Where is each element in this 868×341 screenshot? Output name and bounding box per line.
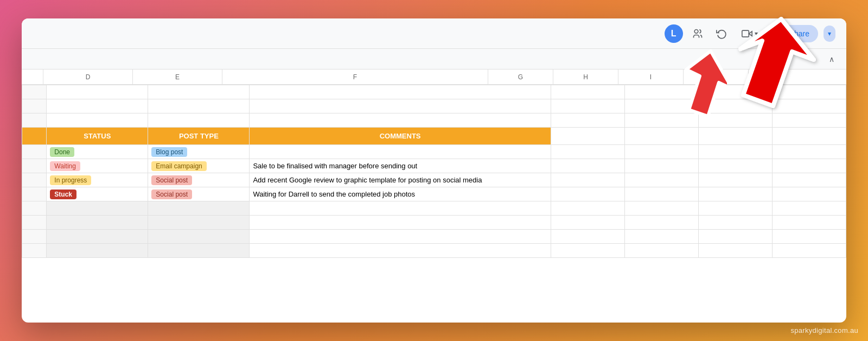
comments-header: COMMENTS: [250, 128, 551, 145]
col-header-h: H: [553, 70, 618, 84]
table-row: In progress Social post Add recent Googl…: [22, 173, 846, 187]
row-num: [22, 99, 47, 113]
table-row: [22, 201, 846, 216]
table-row: [22, 99, 846, 113]
cell-j[interactable]: [772, 99, 846, 113]
watermark: sparkydigital.com.au: [791, 326, 859, 334]
col-header-f: F: [222, 70, 488, 84]
cell-j[interactable]: [772, 85, 846, 99]
status-cell[interactable]: In progress: [47, 173, 148, 187]
status-badge-done: Done: [50, 147, 74, 157]
cell-j[interactable]: [772, 113, 846, 128]
cell-h[interactable]: [624, 99, 698, 113]
svg-point-4: [779, 30, 782, 33]
comments-cell[interactable]: [250, 145, 551, 159]
cell-h[interactable]: [624, 85, 698, 99]
comments-cell[interactable]: Add recent Google review to graphic temp…: [250, 173, 551, 187]
share-dropdown-btn[interactable]: ▾: [824, 26, 835, 42]
col-header-g: G: [488, 70, 553, 84]
cell-e[interactable]: [148, 99, 250, 113]
row-num: [22, 145, 47, 159]
share-button[interactable]: Share: [769, 25, 818, 42]
col-header-d: D: [43, 70, 133, 84]
row-num: [22, 128, 47, 145]
comments-cell[interactable]: Waiting for Darrell to send the complete…: [250, 187, 551, 201]
status-cell[interactable]: Stuck: [47, 187, 148, 201]
data-table: STATUS POST TYPE COMMENTS Done Blog post: [22, 85, 846, 258]
collapse-btn[interactable]: ∧: [826, 54, 838, 65]
post-type-badge: Social post: [151, 175, 192, 185]
cell-i[interactable]: [698, 85, 772, 99]
row-num: [22, 187, 47, 201]
table-header-row: STATUS POST TYPE COMMENTS: [22, 128, 846, 145]
table-row: Done Blog post: [22, 145, 846, 159]
post-type-header: POST TYPE: [148, 128, 250, 145]
table-row: [22, 216, 846, 230]
cell-f[interactable]: [250, 113, 551, 128]
post-type-badge: Blog post: [151, 147, 187, 157]
status-cell[interactable]: Waiting: [47, 159, 148, 173]
cell-g[interactable]: [551, 85, 624, 99]
spreadsheet-body: STATUS POST TYPE COMMENTS Done Blog post: [22, 85, 846, 323]
cell-i[interactable]: [698, 99, 772, 113]
col-header-i: I: [618, 70, 684, 84]
table-row: [22, 230, 846, 244]
post-type-cell[interactable]: Social post: [148, 187, 250, 201]
cell-f[interactable]: [250, 99, 551, 113]
post-type-badge: Email campaign: [151, 161, 206, 171]
cell-g[interactable]: [551, 99, 624, 113]
cell-d[interactable]: [47, 99, 148, 113]
cell-f[interactable]: [250, 85, 551, 99]
cell-d[interactable]: [47, 85, 148, 99]
user-avatar[interactable]: L: [665, 24, 683, 43]
table-row: [22, 85, 846, 99]
status-header: STATUS: [47, 128, 148, 145]
video-call-btn[interactable]: ▾: [736, 25, 763, 42]
table-row: Waiting Email campaign Sale to be finali…: [22, 159, 846, 173]
cell-i[interactable]: [698, 113, 772, 128]
row-num: [22, 85, 47, 99]
comments-cell[interactable]: Sale to be finalised with manager before…: [250, 159, 551, 173]
column-headers: D E F G H I J: [22, 70, 846, 85]
formula-bar: ∧: [22, 49, 846, 70]
toolbar: L ▾: [22, 18, 846, 49]
col-header-j: J: [684, 70, 749, 84]
row-num: [22, 159, 47, 173]
svg-point-1: [694, 29, 698, 33]
table-row: Stuck Social post Waiting for Darrell to…: [22, 187, 846, 201]
row-num: [22, 173, 47, 187]
col-header-rownum: [22, 70, 43, 84]
post-type-cell[interactable]: Social post: [148, 173, 250, 187]
status-cell[interactable]: Done: [47, 145, 148, 159]
status-badge-stuck: Stuck: [50, 190, 76, 199]
cell-d[interactable]: [47, 113, 148, 128]
row-num: [22, 113, 47, 128]
table-row: [22, 113, 846, 128]
status-badge-inprogress: In progress: [50, 175, 91, 185]
cell-e[interactable]: [148, 85, 250, 99]
post-type-cell[interactable]: Email campaign: [148, 159, 250, 173]
share-label: Share: [789, 29, 809, 38]
cell-g[interactable]: [551, 113, 624, 128]
cell-h[interactable]: [624, 113, 698, 128]
spreadsheet-window: L ▾: [22, 18, 846, 323]
col-header-e: E: [133, 70, 222, 84]
cell-e[interactable]: [148, 113, 250, 128]
post-type-badge: Social post: [151, 190, 192, 199]
history-icon-btn[interactable]: [712, 24, 731, 43]
svg-marker-2: [749, 31, 752, 35]
post-type-cell[interactable]: Blog post: [148, 145, 250, 159]
svg-rect-3: [742, 30, 749, 37]
users-icon-btn[interactable]: [688, 24, 707, 43]
table-row: [22, 244, 846, 258]
status-badge-waiting: Waiting: [50, 161, 80, 171]
